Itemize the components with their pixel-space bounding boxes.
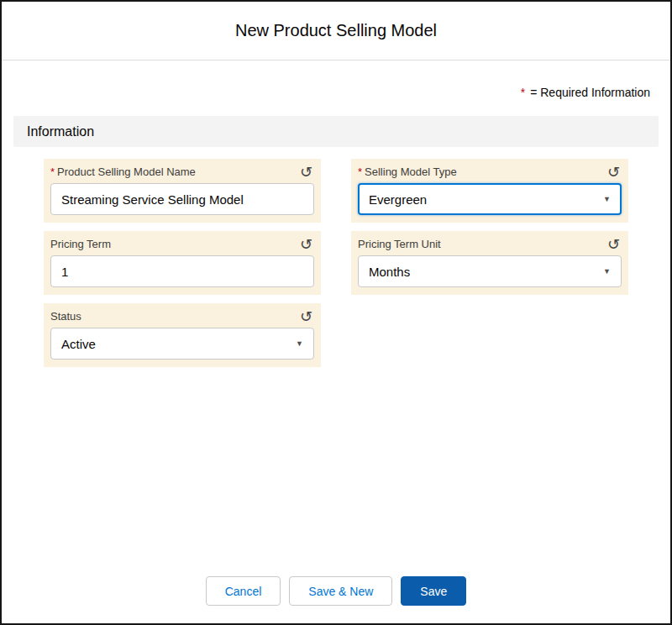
pricing-term-unit-value: Months <box>369 265 410 279</box>
undo-icon: ↺ <box>300 164 312 181</box>
selling-model-type-select[interactable]: Evergreen ▼ <box>358 183 622 215</box>
undo-icon: ↺ <box>300 236 312 253</box>
field-product-selling-model-name: * Product Selling Model Name ↺ <box>44 159 321 223</box>
section-title: Information <box>27 124 94 139</box>
dialog-header: New Product Selling Model <box>2 2 670 60</box>
selling-model-type-undo-button[interactable]: ↺ <box>606 165 622 180</box>
form-grid: * Product Selling Model Name ↺ * Selling… <box>13 159 659 367</box>
cancel-button[interactable]: Cancel <box>206 576 281 606</box>
section-header-information: Information <box>13 116 659 147</box>
field-pricing-term: Pricing Term ↺ <box>44 231 321 295</box>
status-value: Active <box>61 337 96 351</box>
dialog-footer: Cancel Save & New Save <box>2 576 670 623</box>
selling-model-type-label: * Selling Model Type <box>358 165 457 178</box>
dialog-body: *= Required Information Information * Pr… <box>2 60 670 576</box>
field-status: Status ↺ Active ▼ <box>44 303 321 367</box>
dialog-title: New Product Selling Model <box>235 21 437 40</box>
new-product-selling-model-dialog: New Product Selling Model *= Required In… <box>0 0 672 625</box>
save-button[interactable]: Save <box>401 576 466 606</box>
undo-icon: ↺ <box>300 308 312 325</box>
required-legend: *= Required Information <box>13 86 659 99</box>
required-asterisk: * <box>358 165 362 178</box>
pricing-term-unit-label: Pricing Term Unit <box>358 238 441 250</box>
pricing-term-label: Pricing Term <box>50 238 111 250</box>
undo-icon: ↺ <box>607 236 620 253</box>
selling-model-type-value: Evergreen <box>369 192 427 207</box>
field-selling-model-type: * Selling Model Type ↺ Evergreen ▼ <box>351 159 628 223</box>
chevron-down-icon: ▼ <box>603 195 611 203</box>
product-selling-model-name-label: * Product Selling Model Name <box>50 165 196 178</box>
pricing-term-undo-button[interactable]: ↺ <box>298 237 314 252</box>
pricing-term-unit-undo-button[interactable]: ↺ <box>606 237 622 252</box>
pricing-term-input[interactable] <box>50 255 314 287</box>
pricing-term-unit-select[interactable]: Months ▼ <box>358 255 622 287</box>
status-undo-button[interactable]: ↺ <box>298 309 314 324</box>
undo-icon: ↺ <box>607 164 620 181</box>
field-pricing-term-unit: Pricing Term Unit ↺ Months ▼ <box>351 231 628 295</box>
status-select[interactable]: Active ▼ <box>50 328 314 360</box>
required-legend-text: = Required Information <box>530 86 650 99</box>
status-label: Status <box>50 310 81 323</box>
required-asterisk: * <box>50 165 55 178</box>
save-and-new-button[interactable]: Save & New <box>289 576 392 606</box>
chevron-down-icon: ▼ <box>296 339 303 348</box>
product-selling-model-name-input[interactable] <box>50 183 314 215</box>
chevron-down-icon: ▼ <box>603 267 611 276</box>
required-asterisk: * <box>521 86 525 99</box>
product-selling-model-name-undo-button[interactable]: ↺ <box>298 165 314 180</box>
